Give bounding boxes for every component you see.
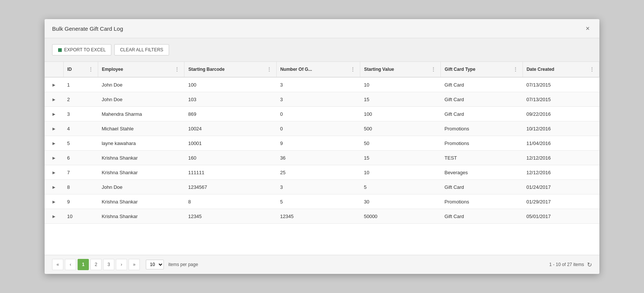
row-expand-button[interactable]: ▶ bbox=[51, 184, 57, 190]
cell-starting_value: 15 bbox=[360, 92, 441, 107]
row-expand-cell: ▶ bbox=[45, 92, 63, 107]
cell-gift_card_type: Gift Card bbox=[441, 77, 523, 92]
cell-employee: Krishna Shankar bbox=[98, 209, 184, 224]
col-starting-value-menu-icon[interactable]: ⋮ bbox=[430, 66, 437, 72]
col-expand bbox=[45, 62, 63, 77]
excel-icon: ▦ bbox=[58, 47, 62, 52]
cell-id: 3 bbox=[63, 107, 98, 121]
row-expand-button[interactable]: ▶ bbox=[51, 141, 57, 146]
cell-id: 7 bbox=[63, 165, 98, 180]
row-expand-button[interactable]: ▶ bbox=[51, 97, 57, 102]
cell-number_of_g: 25 bbox=[276, 165, 360, 180]
cell-number_of_g: 36 bbox=[276, 151, 360, 165]
cell-employee: Krishna Shankar bbox=[98, 151, 184, 165]
refresh-button[interactable]: ↻ bbox=[587, 261, 592, 268]
toolbar: ▦ EXPORT TO EXCEL CLEAR ALL FILTERS bbox=[45, 38, 599, 62]
cell-id: 2 bbox=[63, 92, 98, 107]
next-page-button[interactable]: › bbox=[116, 259, 127, 270]
clear-all-filters-button[interactable]: CLEAR ALL FILTERS bbox=[114, 44, 169, 55]
last-page-button[interactable]: » bbox=[129, 259, 140, 270]
first-page-button[interactable]: « bbox=[52, 259, 63, 270]
cell-gift_card_type: Gift Card bbox=[441, 180, 523, 194]
row-expand-cell: ▶ bbox=[45, 180, 63, 194]
cell-number_of_g: 9 bbox=[276, 136, 360, 151]
row-expand-button[interactable]: ▶ bbox=[51, 199, 57, 205]
cell-gift_card_type: Beverages bbox=[441, 165, 523, 180]
cell-number_of_g: 0 bbox=[276, 107, 360, 121]
close-button[interactable]: × bbox=[583, 24, 592, 33]
row-expand-button[interactable]: ▶ bbox=[51, 155, 57, 161]
col-date-created-label: Date Created bbox=[527, 67, 554, 72]
col-employee-menu-icon[interactable]: ⋮ bbox=[174, 66, 180, 72]
row-expand-cell: ▶ bbox=[45, 151, 63, 165]
cell-employee: layne kawahara bbox=[98, 136, 184, 151]
cell-number_of_g: 12345 bbox=[276, 209, 360, 224]
cell-starting_value: 10 bbox=[360, 165, 441, 180]
col-id-label: ID bbox=[67, 67, 72, 72]
table-row: ▶3Mahendra Sharma8690100Gift Card09/22/2… bbox=[45, 107, 599, 121]
modal-header: Bulk Generate Gift Card Log × bbox=[45, 19, 599, 38]
row-expand-button[interactable]: ▶ bbox=[51, 214, 57, 219]
row-expand-button[interactable]: ▶ bbox=[51, 126, 57, 132]
items-per-page-label: items per page bbox=[168, 262, 198, 267]
col-date-created-menu-icon[interactable]: ⋮ bbox=[589, 66, 595, 72]
row-expand-cell: ▶ bbox=[45, 165, 63, 180]
table-row: ▶9Krishna Shankar8530Promotions01/29/201… bbox=[45, 194, 599, 209]
col-starting-barcode-menu-icon[interactable]: ⋮ bbox=[266, 66, 273, 72]
table-row: ▶1John Doe100310Gift Card07/13/2015 bbox=[45, 77, 599, 92]
cell-starting_value: 30 bbox=[360, 194, 441, 209]
cell-gift_card_type: Promotions bbox=[441, 136, 523, 151]
export-label: EXPORT TO EXCEL bbox=[64, 47, 106, 52]
cell-gift_card_type: TEST bbox=[441, 151, 523, 165]
col-employee: Employee ⋮ bbox=[98, 62, 184, 77]
cell-date_created: 07/13/2015 bbox=[523, 77, 599, 92]
col-number-of-g-menu-icon[interactable]: ⋮ bbox=[349, 66, 356, 72]
cell-employee: Mahendra Sharma bbox=[98, 107, 184, 121]
cell-date_created: 12/12/2016 bbox=[523, 151, 599, 165]
col-gift-card-type-menu-icon[interactable]: ⋮ bbox=[512, 66, 519, 72]
row-expand-button[interactable]: ▶ bbox=[51, 111, 57, 117]
cell-starting_barcode: 111111 bbox=[184, 165, 276, 180]
row-expand-button[interactable]: ▶ bbox=[51, 82, 57, 88]
table-row: ▶4Michael Stahle100240500Promotions10/12… bbox=[45, 121, 599, 136]
cell-starting_barcode: 869 bbox=[184, 107, 276, 121]
cell-id: 1 bbox=[63, 77, 98, 92]
col-employee-label: Employee bbox=[102, 67, 123, 72]
cell-date_created: 01/24/2017 bbox=[523, 180, 599, 194]
prev-page-button[interactable]: ‹ bbox=[65, 259, 76, 270]
col-id: ID ⋮ bbox=[63, 62, 98, 77]
cell-starting_barcode: 12345 bbox=[184, 209, 276, 224]
cell-id: 5 bbox=[63, 136, 98, 151]
col-gift-card-type-label: Gift Card Type bbox=[445, 67, 475, 72]
col-gift-card-type: Gift Card Type ⋮ bbox=[441, 62, 523, 77]
cell-date_created: 11/04/2016 bbox=[523, 136, 599, 151]
cell-number_of_g: 3 bbox=[276, 77, 360, 92]
cell-starting_barcode: 10024 bbox=[184, 121, 276, 136]
cell-gift_card_type: Promotions bbox=[441, 121, 523, 136]
cell-gift_card_type: Promotions bbox=[441, 194, 523, 209]
cell-number_of_g: 0 bbox=[276, 121, 360, 136]
table-row: ▶8John Doe123456735Gift Card01/24/2017 bbox=[45, 180, 599, 194]
cell-starting_barcode: 1234567 bbox=[184, 180, 276, 194]
cell-employee: Michael Stahle bbox=[98, 121, 184, 136]
cell-id: 8 bbox=[63, 180, 98, 194]
cell-date_created: 10/12/2016 bbox=[523, 121, 599, 136]
page-2-button[interactable]: 2 bbox=[90, 259, 102, 270]
cell-employee: John Doe bbox=[98, 77, 184, 92]
table-header-row: ID ⋮ Employee ⋮ Starting Barcode ⋮ bbox=[45, 62, 599, 77]
row-expand-cell: ▶ bbox=[45, 136, 63, 151]
page-3-button[interactable]: 3 bbox=[103, 259, 114, 270]
cell-date_created: 09/22/2016 bbox=[523, 107, 599, 121]
cell-date_created: 07/13/2015 bbox=[523, 92, 599, 107]
cell-id: 9 bbox=[63, 194, 98, 209]
row-expand-button[interactable]: ▶ bbox=[51, 170, 57, 175]
cell-gift_card_type: Gift Card bbox=[441, 107, 523, 121]
col-starting-barcode-label: Starting Barcode bbox=[188, 67, 225, 72]
page-size-select[interactable]: 10 25 50 bbox=[146, 260, 164, 269]
page-1-button[interactable]: 1 bbox=[78, 259, 89, 270]
row-expand-cell: ▶ bbox=[45, 107, 63, 121]
export-to-excel-button[interactable]: ▦ EXPORT TO EXCEL bbox=[52, 44, 111, 55]
table-row: ▶2John Doe103315Gift Card07/13/2015 bbox=[45, 92, 599, 107]
col-id-menu-icon[interactable]: ⋮ bbox=[87, 66, 94, 72]
cell-starting_barcode: 10001 bbox=[184, 136, 276, 151]
